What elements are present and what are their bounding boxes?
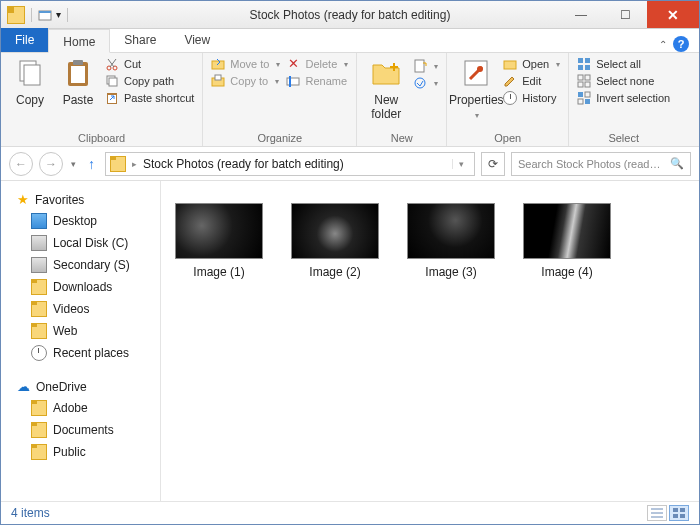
- file-label: Image (4): [541, 265, 592, 279]
- qat-icon[interactable]: [38, 8, 52, 22]
- svg-rect-36: [680, 508, 685, 512]
- maximize-button[interactable]: ☐: [603, 1, 647, 28]
- nav-up-button[interactable]: ↑: [84, 156, 99, 172]
- svg-rect-16: [287, 78, 299, 85]
- breadcrumb-folder[interactable]: Stock Photos (ready for batch editing): [143, 157, 344, 171]
- help-icon[interactable]: ?: [673, 36, 689, 52]
- file-list[interactable]: Image (1) Image (2) Image (3) Image (4): [161, 181, 699, 501]
- folder-icon: [110, 156, 126, 172]
- svg-rect-31: [578, 92, 583, 97]
- group-label: Open: [455, 130, 560, 144]
- disk-icon: [31, 257, 47, 273]
- tab-home[interactable]: Home: [48, 29, 110, 53]
- sidebar-item-local-disk[interactable]: Local Disk (C): [1, 232, 160, 254]
- paste-shortcut-button[interactable]: Paste shortcut: [105, 91, 194, 105]
- paste-button[interactable]: Paste: [57, 57, 99, 107]
- svg-point-21: [477, 66, 483, 72]
- chevron-down-icon: ▾: [556, 60, 560, 69]
- select-none-icon: [577, 74, 591, 88]
- svg-rect-15: [215, 75, 221, 80]
- group-clipboard: Copy Paste Cut Copy path Paste shortcut …: [1, 53, 203, 146]
- open-button[interactable]: Open▾: [503, 57, 560, 71]
- copy-to-button[interactable]: Copy to▾: [211, 74, 280, 88]
- folder-icon: [31, 323, 47, 339]
- history-icon: [503, 91, 517, 105]
- sidebar-item-videos[interactable]: Videos: [1, 298, 160, 320]
- rename-button[interactable]: Rename: [286, 74, 348, 88]
- edit-button[interactable]: Edit: [503, 74, 560, 88]
- minimize-button[interactable]: —: [559, 1, 603, 28]
- address-dropdown-icon[interactable]: ▾: [452, 159, 470, 169]
- history-button[interactable]: History: [503, 91, 560, 105]
- folder-icon: [31, 444, 47, 460]
- select-none-button[interactable]: Select none: [577, 74, 670, 88]
- svg-rect-24: [585, 58, 590, 63]
- onedrive-header[interactable]: ☁OneDrive: [1, 376, 160, 397]
- file-item[interactable]: Image (1): [171, 203, 267, 279]
- sidebar-item-adobe[interactable]: Adobe: [1, 397, 160, 419]
- nav-back-button[interactable]: ←: [9, 152, 33, 176]
- group-label: Organize: [211, 130, 348, 144]
- svg-rect-33: [578, 99, 583, 104]
- copy-label: Copy: [16, 93, 44, 107]
- sidebar-item-downloads[interactable]: Downloads: [1, 276, 160, 298]
- group-select: Select all Select none Invert selection …: [569, 53, 678, 146]
- sidebar-item-web[interactable]: Web: [1, 320, 160, 342]
- tab-share[interactable]: Share: [110, 28, 170, 52]
- nav-forward-button[interactable]: →: [39, 152, 63, 176]
- tab-file[interactable]: File: [1, 28, 48, 52]
- address-bar[interactable]: ▸ Stock Photos (ready for batch editing)…: [105, 152, 475, 176]
- favorites-header[interactable]: ★Favorites: [1, 189, 160, 210]
- new-folder-label1: New: [374, 93, 398, 107]
- refresh-button[interactable]: ⟳: [481, 152, 505, 176]
- delete-button[interactable]: ✕Delete▾: [286, 57, 348, 71]
- new-folder-icon: [370, 57, 402, 89]
- sidebar-item-public[interactable]: Public: [1, 441, 160, 463]
- new-item-button[interactable]: ▾: [413, 59, 438, 73]
- select-all-icon: [577, 57, 591, 71]
- recent-icon: [31, 345, 47, 361]
- move-to-button[interactable]: Move to▾: [211, 57, 280, 71]
- group-label: Select: [577, 130, 670, 144]
- sidebar-item-recent[interactable]: Recent places: [1, 342, 160, 364]
- copy-button[interactable]: Copy: [9, 57, 51, 107]
- open-icon: [503, 57, 517, 71]
- close-button[interactable]: ✕: [647, 1, 699, 28]
- sidebar-item-documents[interactable]: Documents: [1, 419, 160, 441]
- svg-rect-29: [578, 82, 583, 87]
- easy-access-button[interactable]: ▾: [413, 76, 438, 90]
- svg-rect-13: [212, 61, 224, 69]
- select-all-button[interactable]: Select all: [577, 57, 670, 71]
- chevron-down-icon: ▾: [475, 111, 479, 120]
- svg-rect-35: [673, 508, 678, 512]
- group-label: New: [365, 130, 438, 144]
- view-thumbnails-button[interactable]: [669, 505, 689, 521]
- nav-pane[interactable]: ★Favorites Desktop Local Disk (C) Second…: [1, 181, 161, 501]
- invert-selection-button[interactable]: Invert selection: [577, 91, 670, 105]
- view-details-button[interactable]: [647, 505, 667, 521]
- file-item[interactable]: Image (4): [519, 203, 615, 279]
- new-folder-button[interactable]: New folder: [365, 57, 407, 121]
- qat-dropdown-icon[interactable]: ▾: [56, 9, 61, 20]
- cut-button[interactable]: Cut: [105, 57, 194, 71]
- sidebar-item-secondary[interactable]: Secondary (S): [1, 254, 160, 276]
- recent-locations-icon[interactable]: ▾: [69, 159, 78, 169]
- ribbon-collapse-icon[interactable]: ⌃: [659, 39, 667, 50]
- group-new: New folder ▾ ▾ New: [357, 53, 447, 146]
- new-item-icon: [413, 59, 427, 73]
- ribbon-tabs: File Home Share View ⌃ ?: [1, 29, 699, 53]
- sidebar-item-desktop[interactable]: Desktop: [1, 210, 160, 232]
- tab-view[interactable]: View: [170, 28, 224, 52]
- file-label: Image (2): [309, 265, 360, 279]
- scissors-icon: [105, 57, 119, 71]
- search-input[interactable]: Search Stock Photos (ready fo... 🔍: [511, 152, 691, 176]
- properties-button[interactable]: Properties ▾: [455, 57, 497, 120]
- svg-rect-25: [578, 65, 583, 70]
- file-item[interactable]: Image (3): [403, 203, 499, 279]
- rename-icon: [286, 74, 300, 88]
- breadcrumb-separator-icon[interactable]: ▸: [132, 159, 137, 169]
- file-thumbnail: [175, 203, 263, 259]
- copy-path-button[interactable]: Copy path: [105, 74, 194, 88]
- file-item[interactable]: Image (2): [287, 203, 383, 279]
- copy-path-icon: [105, 74, 119, 88]
